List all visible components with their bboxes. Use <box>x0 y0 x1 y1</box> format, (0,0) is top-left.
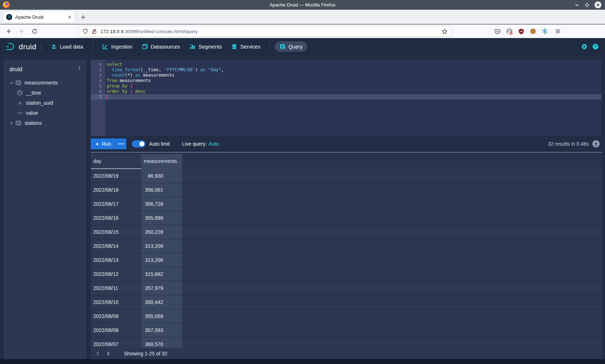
auto-limit-toggle[interactable] <box>132 140 145 147</box>
cell-day[interactable]: 2022/08/12 <box>91 267 141 281</box>
pane-splitter[interactable] <box>91 152 602 153</box>
cell-day[interactable]: 2022/08/16 <box>91 211 141 225</box>
cell-measurements[interactable]: 360,570 <box>141 337 182 348</box>
cell-measurements[interactable]: 313,206 <box>141 253 182 267</box>
nav-load-data[interactable]: Load data <box>46 41 88 52</box>
chevron-right-icon[interactable] <box>9 121 14 126</box>
tree-item-value[interactable]: 123value <box>4 108 86 118</box>
tree-item-__time[interactable]: __time <box>4 88 86 98</box>
run-button[interactable]: Run <box>91 138 116 149</box>
line-number: 7 <box>91 94 105 100</box>
cookie-icon[interactable] <box>529 27 537 35</box>
cell-measurements[interactable]: 355,059 <box>141 309 182 323</box>
column-header-day[interactable]: day <box>91 154 141 169</box>
cell-measurements[interactable]: 355,999 <box>141 211 182 225</box>
nav-datasources[interactable]: Datasources <box>137 41 185 52</box>
forward-icon[interactable] <box>17 27 26 36</box>
insecure-lock-icon[interactable] <box>91 28 97 34</box>
cell-day[interactable]: 2022/08/17 <box>91 197 141 211</box>
more-options-button[interactable] <box>116 138 126 149</box>
cell-day[interactable]: 2022/08/19 <box>91 169 141 183</box>
cell-measurements[interactable]: 356,728 <box>141 197 182 211</box>
settings-gear-icon[interactable] <box>581 44 587 50</box>
chevron-down-icon[interactable] <box>9 81 14 85</box>
nav-query[interactable]: Query <box>275 41 308 52</box>
cell-measurements[interactable]: 86,930 <box>141 169 182 183</box>
cell-day[interactable]: 2022/08/07 <box>91 337 141 348</box>
svg-text:uO: uO <box>520 30 523 32</box>
cell-day[interactable]: 2022/08/11 <box>91 281 141 295</box>
nav-services-label: Services <box>240 44 260 50</box>
cell-day[interactable]: 2022/08/08 <box>91 323 141 337</box>
query-icon <box>279 44 286 50</box>
menu-icon[interactable] <box>554 27 562 35</box>
new-tab-button[interactable] <box>79 13 88 22</box>
results-header: day measurements <box>91 154 602 169</box>
reload-icon[interactable] <box>30 27 39 36</box>
browser-tab-bar: Apache Druid <box>0 10 605 24</box>
tree-item-label: station_uuid <box>26 100 53 106</box>
table-row: 2022/08/13313,206 <box>91 253 602 267</box>
schema-sidebar: druid measurements__timeAstation_uuid123… <box>4 60 86 359</box>
next-page-icon[interactable] <box>103 349 113 359</box>
row-filler <box>182 281 602 295</box>
cell-day[interactable]: 2022/08/15 <box>91 225 141 239</box>
row-filler <box>182 323 602 337</box>
cell-day[interactable]: 2022/08/13 <box>91 253 141 267</box>
window-minimize-icon[interactable] <box>574 3 579 8</box>
row-filler <box>182 211 602 225</box>
tree-item-station_uuid[interactable]: Astation_uuid <box>4 98 86 108</box>
live-query: Live query:Auto <box>182 141 219 147</box>
sql-editor[interactable]: 1select2 time_format(__time, 'YYYY/MM/dd… <box>91 60 601 136</box>
table-row: 2022/08/16355,999 <box>91 211 602 225</box>
navbar-separator <box>270 42 270 51</box>
window-maximize-icon[interactable] <box>584 3 590 8</box>
druid-brand[interactable]: druid <box>6 42 36 51</box>
tab-close-icon[interactable] <box>68 15 72 19</box>
cell-measurements[interactable]: 315,682 <box>141 267 182 281</box>
url-path: :30899/unified-console.html#query <box>124 29 198 34</box>
tracking-shield-icon[interactable] <box>82 28 88 34</box>
cell-day[interactable]: 2022/08/09 <box>91 309 141 323</box>
window-close-icon[interactable] <box>595 1 601 8</box>
browser-tab[interactable]: Apache Druid <box>3 11 75 23</box>
cell-measurements[interactable]: 357,593 <box>141 323 182 337</box>
download-icon[interactable] <box>592 140 600 148</box>
nav-services[interactable]: Services <box>227 41 265 52</box>
account-icon[interactable] <box>505 27 513 35</box>
tree-item-measurements[interactable]: measurements <box>4 78 86 88</box>
column-header-measurements[interactable]: measurements <box>141 154 182 169</box>
help-icon[interactable]: ? <box>592 44 599 50</box>
pocket-icon[interactable] <box>493 27 501 35</box>
live-query-label: Live query: <box>182 141 207 147</box>
table-row: 2022/08/18356,061 <box>91 183 602 197</box>
cell-measurements[interactable]: 357,979 <box>141 281 182 295</box>
row-filler <box>182 239 602 253</box>
url-host: 172.18.0.4 <box>100 29 124 34</box>
cell-measurements[interactable]: 350,228 <box>141 225 182 239</box>
cell-day[interactable]: 2022/08/10 <box>91 295 141 309</box>
schema-name[interactable]: druid <box>9 66 81 73</box>
nav-ingestion-label: Ingestion <box>111 44 133 50</box>
bookmark-star-icon[interactable] <box>442 28 448 35</box>
double-caret-sort-icon[interactable] <box>77 66 82 70</box>
ublock-icon[interactable]: uO <box>517 27 525 35</box>
run-toolbar: Run Auto limit Live query:Auto 32 result… <box>91 138 601 149</box>
cell-measurements[interactable]: 356,061 <box>141 183 182 197</box>
tree-item-stations[interactable]: stations <box>4 118 86 128</box>
cell-measurements[interactable]: 350,442 <box>141 295 182 309</box>
editor-line-1: 1select <box>91 62 601 67</box>
live-query-value[interactable]: Auto <box>209 141 219 147</box>
druid-logo-icon <box>6 42 15 51</box>
prev-page-icon[interactable] <box>93 349 103 359</box>
nav-ingestion[interactable]: Ingestion <box>98 41 137 52</box>
cell-day[interactable]: 2022/08/18 <box>91 183 141 197</box>
table-row: 2022/08/09355,059 <box>91 309 602 323</box>
url-bar[interactable]: 172.18.0.4:30899/unified-console.html#qu… <box>79 26 452 37</box>
cell-day[interactable]: 2022/08/14 <box>91 239 141 253</box>
nav-segments[interactable]: Segments <box>185 41 227 52</box>
row-filler <box>182 197 602 211</box>
cell-measurements[interactable]: 313,209 <box>141 239 182 253</box>
extension-asterisk-icon[interactable] <box>541 27 549 35</box>
back-icon[interactable] <box>4 27 13 36</box>
